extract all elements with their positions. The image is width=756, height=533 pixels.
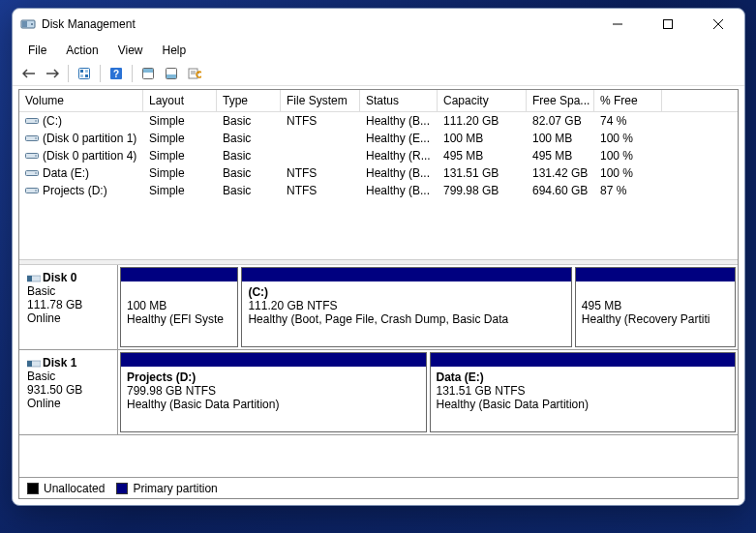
- graphical-view: Disk 0Basic111.78 GBOnline 100 MBHealthy…: [19, 265, 738, 477]
- col-percent[interactable]: % Free: [594, 90, 662, 111]
- volume-status: Healthy (B...: [360, 112, 438, 130]
- menu-help[interactable]: Help: [155, 42, 195, 59]
- toolbar: ?: [13, 61, 744, 86]
- volume-capacity: 131.51 GB: [438, 164, 527, 182]
- menubar: File Action View Help: [13, 40, 744, 61]
- disk-row: Disk 1Basic931.50 GBOnlineProjects (D:)7…: [19, 350, 738, 435]
- volume-row[interactable]: Projects (D:)SimpleBasicNTFSHealthy (B..…: [19, 182, 738, 199]
- disk-name: Disk 1: [27, 356, 109, 370]
- view-bottom-button[interactable]: [161, 63, 182, 84]
- legend-label: Unallocated: [44, 482, 105, 495]
- partition-status: Healthy (Basic Data Partition): [437, 398, 730, 411]
- disk-status: Online: [27, 311, 109, 325]
- volume-layout: Simple: [143, 112, 217, 130]
- back-button[interactable]: [18, 63, 40, 84]
- svg-rect-15: [143, 69, 153, 73]
- volume-row[interactable]: (Disk 0 partition 1)SimpleBasicHealthy (…: [19, 130, 738, 147]
- disk-name: Disk 0: [27, 271, 109, 284]
- svg-point-30: [35, 190, 37, 192]
- disk-graph: Projects (D:)799.98 GB NTFSHealthy (Basi…: [118, 350, 738, 434]
- partition-status: Healthy (EFI Syste: [127, 312, 231, 326]
- svg-rect-10: [80, 74, 83, 77]
- partition[interactable]: (C:)111.20 GB NTFSHealthy (Boot, Page Fi…: [241, 267, 571, 347]
- legend: Unallocated Primary partition: [19, 477, 738, 498]
- toolbar-separator: [68, 65, 69, 82]
- partition[interactable]: Data (E:)131.51 GB NTFSHealthy (Basic Da…: [430, 352, 737, 432]
- volume-free: 694.60 GB: [527, 182, 594, 199]
- disk-type: Basic: [27, 370, 109, 383]
- svg-point-22: [35, 120, 37, 122]
- forward-button[interactable]: [42, 63, 63, 84]
- volume-status: Healthy (B...: [360, 182, 438, 199]
- volume-capacity: 495 MB: [438, 147, 527, 164]
- volume-pct: 100 %: [594, 164, 662, 182]
- svg-rect-9: [85, 70, 88, 73]
- volume-pct: 74 %: [594, 112, 662, 130]
- col-volume[interactable]: Volume: [19, 90, 143, 111]
- volume-status: Healthy (E...: [360, 130, 438, 147]
- partition[interactable]: 495 MBHealthy (Recovery Partiti: [575, 267, 736, 347]
- volume-status: Healthy (R...: [360, 147, 438, 164]
- volume-type: Basic: [217, 130, 281, 147]
- refresh-button[interactable]: [74, 63, 95, 84]
- svg-rect-8: [80, 70, 83, 73]
- app-icon: [20, 16, 36, 32]
- volume-fs: NTFS: [281, 164, 360, 182]
- close-button[interactable]: [696, 10, 741, 39]
- partition-status: Healthy (Basic Data Partition): [127, 398, 420, 411]
- minimize-button[interactable]: [595, 10, 640, 39]
- partition[interactable]: Projects (D:)799.98 GB NTFSHealthy (Basi…: [120, 352, 427, 432]
- volume-capacity: 111.20 GB: [438, 112, 527, 130]
- svg-rect-34: [27, 361, 32, 367]
- volume-list[interactable]: Volume Layout Type File System Status Ca…: [19, 90, 738, 259]
- disk-type: Basic: [27, 284, 109, 298]
- help-button[interactable]: ?: [106, 63, 127, 84]
- svg-rect-1: [22, 21, 27, 27]
- volume-capacity: 100 MB: [438, 130, 527, 147]
- svg-point-28: [35, 172, 37, 174]
- svg-rect-4: [664, 20, 673, 29]
- volume-row[interactable]: Data (E:)SimpleBasicNTFSHealthy (B...131…: [19, 164, 738, 182]
- disk-management-window: Disk Management File Action View Help ? …: [12, 8, 745, 506]
- svg-rect-32: [27, 276, 32, 281]
- properties-button[interactable]: [184, 63, 205, 84]
- menu-view[interactable]: View: [110, 42, 151, 59]
- content-area: Volume Layout Type File System Status Ca…: [18, 89, 739, 499]
- view-top-button[interactable]: [137, 63, 159, 84]
- disk-size: 111.78 GB: [27, 298, 109, 311]
- volume-fs: [281, 147, 360, 164]
- col-status[interactable]: Status: [360, 90, 438, 111]
- partition-header: [121, 268, 237, 281]
- volume-pct: 100 %: [594, 147, 662, 164]
- col-filesystem[interactable]: File System: [281, 90, 360, 111]
- col-free[interactable]: Free Spa...: [527, 90, 594, 111]
- volume-type: Basic: [217, 164, 281, 182]
- partition-status: Healthy (Recovery Partiti: [582, 312, 729, 326]
- menu-file[interactable]: File: [20, 42, 54, 59]
- volume-fs: NTFS: [281, 182, 360, 199]
- maximize-button[interactable]: [646, 10, 690, 39]
- partition[interactable]: 100 MBHealthy (EFI Syste: [120, 267, 238, 347]
- svg-rect-17: [166, 74, 176, 78]
- disk-info[interactable]: Disk 0Basic111.78 GBOnline: [19, 265, 118, 349]
- volume-name: (Disk 0 partition 1): [43, 132, 136, 145]
- volume-type: Basic: [217, 182, 281, 199]
- volume-layout: Simple: [143, 130, 217, 147]
- partition-title: Data (E:): [437, 370, 730, 384]
- window-title: Disk Management: [42, 17, 590, 31]
- volume-row[interactable]: (C:)SimpleBasicNTFSHealthy (B...111.20 G…: [19, 112, 738, 130]
- volume-layout: Simple: [143, 164, 217, 182]
- volume-pct: 100 %: [594, 130, 662, 147]
- volume-free: 82.07 GB: [527, 112, 594, 130]
- disk-info[interactable]: Disk 1Basic931.50 GBOnline: [19, 350, 118, 434]
- col-capacity[interactable]: Capacity: [438, 90, 527, 111]
- col-type[interactable]: Type: [217, 90, 281, 111]
- volume-list-header: Volume Layout Type File System Status Ca…: [19, 90, 738, 112]
- col-layout[interactable]: Layout: [143, 90, 217, 111]
- svg-point-2: [31, 23, 33, 25]
- menu-action[interactable]: Action: [58, 42, 106, 59]
- legend-label: Primary partition: [133, 482, 217, 495]
- titlebar[interactable]: Disk Management: [13, 9, 744, 40]
- volume-free: 131.42 GB: [527, 164, 594, 182]
- volume-row[interactable]: (Disk 0 partition 4)SimpleBasicHealthy (…: [19, 147, 738, 164]
